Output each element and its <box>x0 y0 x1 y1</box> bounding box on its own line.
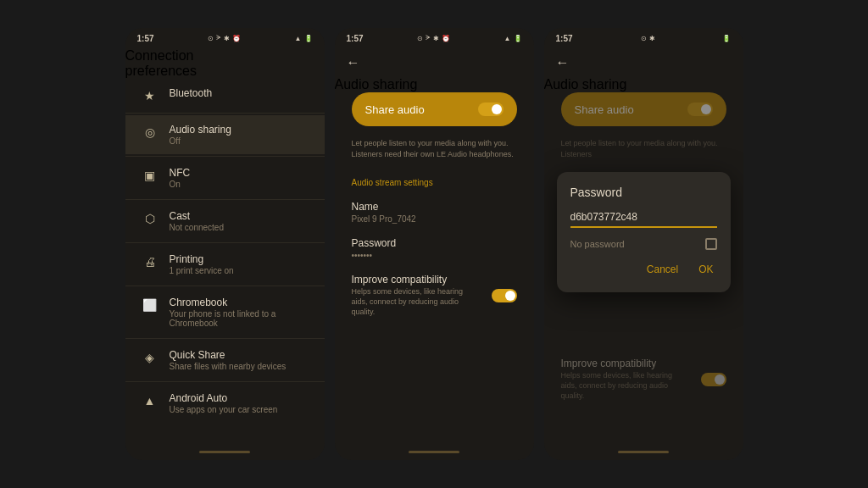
status-signal-2: ▲ <box>504 35 511 42</box>
audio-sharing-description-3: Let people listen to your media along wi… <box>544 138 743 173</box>
status-signal-1: ▲ <box>295 35 302 42</box>
divider-3 <box>125 199 325 200</box>
cast-label: Cast <box>170 210 225 222</box>
status-wifi-3: ⊙ <box>641 35 647 42</box>
audio-sharing-label: Audio sharing <box>170 124 231 136</box>
screen1: 1:57 ⊙ ᗒ ✱ ⏰ ▲ 🔋 Connectionpreferences ★… <box>125 28 325 460</box>
status-icons-3: ⊙ ✱ <box>641 35 655 42</box>
status-alarm-1: ⏰ <box>232 35 241 42</box>
status-bt-1: ✱ <box>224 35 230 42</box>
improve-sub-3: Helps some devices, like hearing aids, c… <box>561 371 688 401</box>
status-icons-2: ⊙ ᗒ ✱ ⏰ <box>417 34 450 42</box>
no-password-row: No password <box>570 238 717 250</box>
quick-share-sub: Share files with nearby devices <box>170 362 287 371</box>
improve-setting[interactable]: Improve compatibility Helps some devices… <box>335 267 534 324</box>
name-setting[interactable]: Name Pixel 9 Pro_7042 <box>335 194 534 230</box>
menu-bluetooth[interactable]: ★ Bluetooth <box>125 79 325 111</box>
share-audio-button-2[interactable]: Share audio <box>352 92 517 126</box>
status-wifi-2: ⊙ <box>417 35 423 42</box>
menu-quick-share[interactable]: ◈ Quick Share Share files with nearby de… <box>125 341 325 380</box>
password-label: Password <box>352 237 517 249</box>
share-audio-button-3[interactable]: Share audio <box>561 92 726 126</box>
status-bt-3: ✱ <box>649 35 655 42</box>
status-battery-1: 🔋 <box>304 35 313 42</box>
bluetooth-label: Bluetooth <box>170 87 213 99</box>
menu-nfc[interactable]: ▣ NFC On <box>125 158 325 197</box>
status-bt-2: ✱ <box>433 35 439 42</box>
quick-share-icon: ◈ <box>142 351 158 364</box>
status-nfc-2: ᗒ <box>426 34 431 42</box>
menu-cast[interactable]: ⬡ Cast Not connected <box>125 202 325 241</box>
menu-audio-sharing[interactable]: ◎ Audio sharing Off <box>125 115 325 154</box>
menu-printing[interactable]: 🖨 Printing 1 print service on <box>125 245 325 284</box>
password-dialog: Password No password Cancel OK <box>557 172 731 292</box>
status-right-3: 🔋 <box>722 35 731 42</box>
status-bar-3: 1:57 ⊙ ✱ 🔋 <box>544 28 743 48</box>
chromebook-sub: Your phone is not linked to a Chromebook <box>170 309 308 328</box>
nfc-label: NFC <box>170 167 191 179</box>
share-audio-toggle-3[interactable] <box>687 103 713 116</box>
audio-sharing-description-2: Let people listen to your media along wi… <box>335 138 534 173</box>
improve-sub: Helps some devices, like hearing aids, c… <box>352 287 479 317</box>
dialog-actions: Cancel OK <box>570 260 717 279</box>
printing-icon: 🖨 <box>142 255 158 269</box>
name-label: Name <box>352 201 517 213</box>
status-bar-1: 1:57 ⊙ ᗒ ✱ ⏰ ▲ 🔋 <box>125 28 325 48</box>
status-nfc-1: ᗒ <box>216 34 221 42</box>
android-auto-icon: ▲ <box>142 394 158 408</box>
status-right-2: ▲ 🔋 <box>504 35 522 42</box>
cancel-button[interactable]: Cancel <box>643 260 682 279</box>
bottom-bar-2 <box>409 451 459 453</box>
bottom-bar-3 <box>618 451 669 453</box>
android-auto-label: Android Auto <box>170 392 278 404</box>
screen3-title: Audio sharing <box>544 77 743 92</box>
nfc-icon: ▣ <box>142 169 158 182</box>
status-time-1: 1:57 <box>137 34 154 43</box>
name-value: Pixel 9 Pro_7042 <box>352 214 517 224</box>
divider-2 <box>125 156 325 157</box>
status-wifi-1: ⊙ <box>208 35 214 42</box>
password-setting[interactable]: Password ••••••• <box>335 230 534 267</box>
back-button-2[interactable]: ← <box>335 48 534 77</box>
printing-label: Printing <box>170 253 234 265</box>
password-value: ••••••• <box>352 251 517 260</box>
no-password-checkbox[interactable] <box>705 238 717 250</box>
divider-7 <box>125 381 325 382</box>
improve-setting-3[interactable]: Improve compatibility Helps some devices… <box>544 351 743 408</box>
status-battery-3: 🔋 <box>722 35 731 42</box>
ok-button[interactable]: OK <box>695 260 716 279</box>
section-header-2: Audio stream settings <box>335 173 534 194</box>
chromebook-label: Chromebook <box>170 297 308 308</box>
status-right-1: ▲ 🔋 <box>295 35 313 42</box>
improve-label-3: Improve compatibility <box>561 358 688 369</box>
divider-5 <box>125 286 325 286</box>
no-password-label: No password <box>570 239 625 249</box>
screen2-title: Audio sharing <box>335 77 534 92</box>
audio-sharing-sub: Off <box>170 136 231 146</box>
screen1-title: Connectionpreferences <box>125 48 325 79</box>
share-audio-label-2: Share audio <box>365 103 425 116</box>
bluetooth-icon: ★ <box>142 89 158 103</box>
password-input[interactable] <box>570 208 717 228</box>
cast-icon: ⬡ <box>142 212 158 225</box>
share-audio-toggle-2[interactable] <box>478 103 504 116</box>
audio-sharing-icon: ◎ <box>142 125 158 139</box>
status-alarm-2: ⏰ <box>442 35 450 42</box>
quick-share-label: Quick Share <box>170 349 287 361</box>
status-bar-2: 1:57 ⊙ ᗒ ✱ ⏰ ▲ 🔋 <box>335 28 534 48</box>
menu-chromebook[interactable]: ⬜ Chromebook Your phone is not linked to… <box>125 288 325 336</box>
menu-android-auto[interactable]: ▲ Android Auto Use apps on your car scre… <box>125 384 325 423</box>
bottom-bar-1 <box>199 451 250 453</box>
screenshots-container: 1:57 ⊙ ᗒ ✱ ⏰ ▲ 🔋 Connectionpreferences ★… <box>0 0 868 488</box>
back-button-3[interactable]: ← <box>544 48 743 77</box>
share-audio-label-3: Share audio <box>575 103 634 116</box>
improve-toggle-3[interactable] <box>701 373 726 386</box>
android-auto-sub: Use apps on your car screen <box>170 405 278 414</box>
status-time-3: 1:57 <box>556 34 573 43</box>
divider-4 <box>125 242 325 243</box>
chromebook-icon: ⬜ <box>142 298 158 312</box>
status-time-2: 1:57 <box>347 34 364 43</box>
improve-toggle[interactable] <box>492 289 517 302</box>
status-battery-2: 🔋 <box>514 35 522 42</box>
screen3: 1:57 ⊙ ✱ 🔋 ← Audio sharing Share audio L… <box>544 28 743 460</box>
